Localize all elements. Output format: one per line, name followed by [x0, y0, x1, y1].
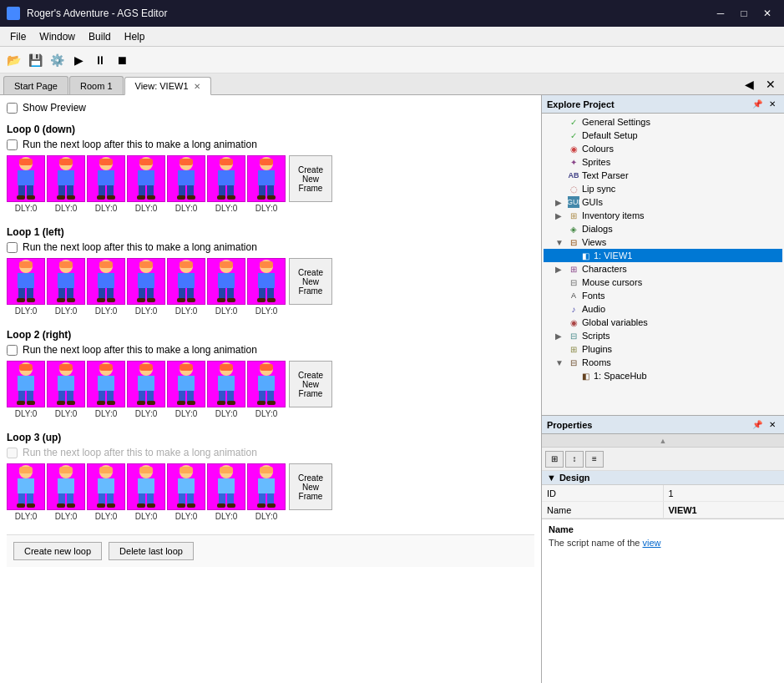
- toolbar-stop[interactable]: ⏹: [112, 50, 132, 70]
- loop-2-checkbox[interactable]: [7, 345, 18, 356]
- prop-desc-link[interactable]: view: [643, 538, 661, 548]
- tab-start-page[interactable]: Start Page: [3, 76, 68, 94]
- tree-item-inventory[interactable]: ▶⊞Inventory items: [544, 209, 782, 222]
- toolbar-run[interactable]: ▶: [68, 50, 89, 70]
- frame-sprite[interactable]: [47, 361, 85, 407]
- frame-sprite[interactable]: [247, 258, 286, 305]
- frame-sprite[interactable]: [247, 155, 286, 202]
- tree-item-fonts[interactable]: AFonts: [544, 289, 782, 302]
- loop-0-checkbox[interactable]: [7, 139, 18, 150]
- tree-item-colours[interactable]: ◉Colours: [544, 142, 782, 155]
- frame-sprite[interactable]: [247, 463, 286, 510]
- frame-sprite[interactable]: [167, 155, 205, 202]
- toolbar: 📂 💾 ⚙️ ▶ ⏸ ⏹: [0, 47, 784, 73]
- loop-2-create-frame[interactable]: Create New Frame: [289, 361, 332, 407]
- tab-close-icon[interactable]: ✕: [194, 82, 200, 91]
- show-preview-checkbox[interactable]: [7, 103, 18, 114]
- tree-item-characters[interactable]: ▶⊞Characters: [544, 262, 782, 276]
- tab-room1[interactable]: Room 1: [69, 76, 124, 94]
- toolbar-save[interactable]: 💾: [25, 50, 45, 70]
- frame-sprite[interactable]: [7, 155, 45, 202]
- frame-sprite[interactable]: [247, 361, 286, 407]
- frame-delay: DLY:0: [15, 409, 38, 418]
- frame-sprite[interactable]: [207, 361, 245, 407]
- prop-section-design[interactable]: ▼ Design: [542, 471, 784, 485]
- properties-close-button[interactable]: ✕: [766, 418, 779, 432]
- tree-item-general-settings[interactable]: ✓General Settings: [544, 115, 782, 129]
- tree-item-plugins[interactable]: ⊞Plugins: [544, 342, 782, 356]
- explore-close-button[interactable]: ✕: [766, 98, 779, 111]
- maximize-button[interactable]: □: [734, 5, 754, 22]
- menu-window[interactable]: Window: [33, 29, 82, 44]
- delete-last-loop-button[interactable]: Delete last loop: [109, 542, 194, 560]
- frame-sprite[interactable]: [127, 258, 165, 305]
- frame-sprite[interactable]: [207, 155, 245, 202]
- frame-sprite[interactable]: [87, 155, 125, 202]
- tree-item-sprites[interactable]: ✦Sprites: [544, 155, 782, 169]
- tree-item-scripts[interactable]: ▶⊟Scripts: [544, 329, 782, 342]
- prop-value-name[interactable]: VIEW1: [664, 502, 785, 518]
- tab-scroll-right[interactable]: ✕: [761, 74, 781, 94]
- frame-delay: DLY:0: [255, 306, 278, 316]
- tree-item-views[interactable]: ▼⊟Views: [544, 235, 782, 249]
- frame-sprite[interactable]: [47, 258, 85, 305]
- toolbar-pause[interactable]: ⏸: [90, 50, 110, 70]
- prop-value-id[interactable]: 1: [664, 485, 785, 501]
- frame-sprite[interactable]: [207, 463, 245, 510]
- loop-0-create-frame[interactable]: Create New Frame: [289, 155, 332, 202]
- tree-item-audio[interactable]: ♪Audio: [544, 302, 782, 316]
- minimize-button[interactable]: ─: [711, 5, 731, 22]
- frame-delay: DLY:0: [215, 409, 238, 418]
- prop-categorized-btn[interactable]: ⊞: [545, 451, 564, 468]
- frame-sprite[interactable]: [127, 463, 165, 510]
- loop-1-create-frame[interactable]: Create New Frame: [289, 258, 332, 305]
- menu-build[interactable]: Build: [82, 29, 118, 44]
- frame-sprite[interactable]: [207, 258, 245, 305]
- frame-sprite[interactable]: [47, 463, 85, 510]
- frame-sprite[interactable]: [87, 361, 125, 407]
- svg-rect-108: [259, 288, 266, 300]
- prop-alphabetical-btn[interactable]: ↕: [565, 451, 584, 468]
- tree-item-guis[interactable]: ▶GUIGUIs: [544, 195, 782, 209]
- tree-item-dialogs[interactable]: ◈Dialogs: [544, 222, 782, 235]
- frame-sprite[interactable]: [127, 155, 165, 202]
- close-button[interactable]: ✕: [757, 5, 777, 22]
- tab-scroll-left[interactable]: ◀: [739, 74, 759, 94]
- frame-sprite[interactable]: [7, 463, 45, 510]
- frame-cell: DLY:0: [47, 361, 85, 418]
- frame-sprite[interactable]: [7, 361, 45, 407]
- frame-sprite[interactable]: [47, 155, 85, 202]
- prop-properties-btn[interactable]: ≡: [585, 451, 604, 468]
- frame-sprite[interactable]: [127, 361, 165, 407]
- loop-3-create-frame[interactable]: Create New Frame: [289, 463, 332, 510]
- svg-rect-21: [107, 185, 114, 197]
- tree-item-default-setup[interactable]: ✓Default Setup: [544, 129, 782, 142]
- create-new-loop-button[interactable]: Create new loop: [13, 542, 102, 560]
- frame-sprite[interactable]: [167, 258, 205, 305]
- tree-item-rooms[interactable]: ▼⊟Rooms: [544, 356, 782, 369]
- tree-item-lip-sync[interactable]: ◌Lip sync: [544, 182, 782, 195]
- frame-sprite[interactable]: [167, 463, 205, 510]
- tab-view1[interactable]: View: VIEW1 ✕: [124, 77, 211, 95]
- toolbar-build[interactable]: ⚙️: [47, 50, 67, 70]
- loop-3-checkbox[interactable]: [7, 448, 18, 458]
- svg-rect-173: [27, 493, 33, 505]
- frame-sprite[interactable]: [167, 361, 205, 407]
- loop-1-checkbox[interactable]: [7, 242, 18, 253]
- menu-file[interactable]: File: [3, 29, 33, 44]
- tree-item-global-vars[interactable]: ◉Global variables: [544, 316, 782, 329]
- toolbar-open[interactable]: 📂: [3, 50, 23, 70]
- tree-item-view1[interactable]: ◧1: VIEW1: [544, 249, 782, 262]
- dialog-icon: ◈: [568, 223, 579, 235]
- properties-pin-button[interactable]: 📌: [751, 418, 764, 432]
- tree-item-spacehub[interactable]: ◧1: SpaceHub: [544, 369, 782, 382]
- frame-delay: DLY:0: [175, 306, 198, 316]
- tree-item-mouse-cursors[interactable]: ⊟Mouse cursors: [544, 276, 782, 289]
- svg-rect-22: [97, 195, 105, 200]
- menu-help[interactable]: Help: [118, 29, 152, 44]
- frame-sprite[interactable]: [7, 258, 45, 305]
- frame-sprite[interactable]: [87, 258, 125, 305]
- tree-item-text-parser[interactable]: ABText Parser: [544, 169, 782, 182]
- explore-pin-button[interactable]: 📌: [751, 98, 764, 111]
- frame-sprite[interactable]: [87, 463, 125, 510]
